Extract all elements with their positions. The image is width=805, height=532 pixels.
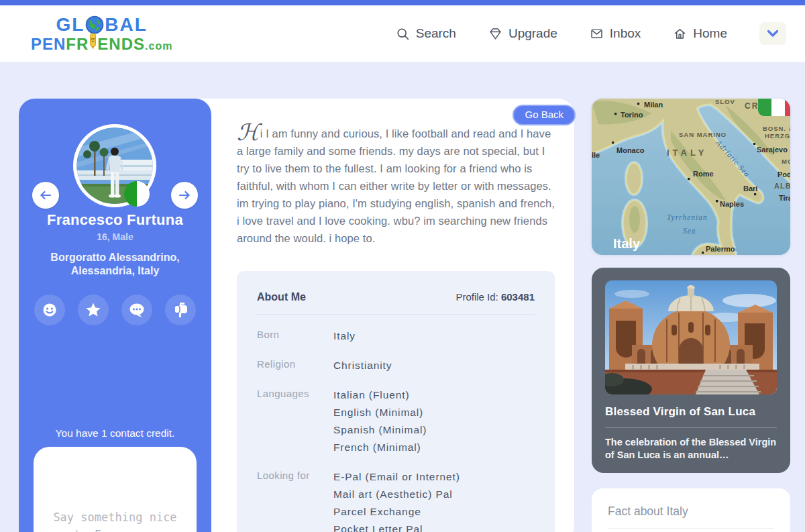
emoji-reaction-button[interactable]: [34, 295, 65, 325]
map-label-italy-region: ITALY: [667, 148, 707, 158]
map-label-san-marino: SAN MARINO: [679, 131, 727, 138]
map-label-bari: Bari: [743, 184, 757, 193]
logo-line-global: GL BAL: [56, 15, 147, 34]
nav-upgrade-label: Upgrade: [508, 26, 557, 41]
map-label-milan: Milan: [644, 101, 663, 109]
arrow-left-icon: [40, 191, 52, 200]
divider: [605, 427, 777, 428]
profile-location-line2: Alessandria, Italy: [19, 264, 211, 278]
map-label-palermo: Palermo: [706, 245, 735, 253]
map-label-sarajevo: Sarajevo: [757, 146, 788, 154]
country-map-card[interactable]: Milan Torino Monaco ITALY SAN MARINO Rom…: [592, 99, 790, 255]
nav-home-label: Home: [693, 26, 727, 41]
map-country-label: Italy: [613, 236, 641, 251]
about-label-religion: Religion: [257, 357, 333, 374]
about-row-religion: Religion Christianity: [257, 351, 535, 380]
event-photo: [605, 280, 777, 394]
about-value: Italy: [333, 327, 356, 345]
map-label-tyrrhenian: Tyrrhenian: [667, 213, 708, 222]
map-label-slovenia: SLOV: [715, 99, 735, 105]
profile-age-gender: 16, Male: [19, 231, 211, 242]
about-label-languages: Languages: [257, 386, 333, 456]
about-value: Italian (Fluent): [333, 386, 427, 404]
chat-button[interactable]: [121, 295, 152, 325]
smiley-icon: [41, 301, 58, 319]
about-value: Mail art (Aesthetic) Pal: [333, 486, 460, 503]
event-title: Blessed Virgin of San Luca: [605, 405, 777, 419]
about-row-born: Born Italy: [257, 321, 535, 351]
about-value: French (Minimal): [333, 439, 427, 456]
profile-name: Francesco Furtuna: [19, 211, 211, 229]
map-label-podgorica: Podg: [777, 170, 790, 178]
nav-dropdown-toggle[interactable]: [759, 22, 786, 45]
logo-text-com: .com: [145, 41, 172, 52]
logo-text-gl: GL: [56, 15, 85, 34]
about-value: Christianity: [333, 357, 392, 374]
map-label-rome: Rome: [693, 170, 714, 178]
logo-text-fr: FR: [66, 36, 89, 52]
profile-card: Francesco Furtuna 16, Male Borgoratto Al…: [19, 99, 211, 532]
mail-button[interactable]: [165, 295, 196, 325]
about-label-born: Born: [257, 327, 333, 345]
event-description: The celebration of the Blessed Virgin of…: [605, 436, 777, 462]
go-back-button[interactable]: Go Back: [513, 105, 576, 125]
divider: [257, 314, 535, 315]
nav-search-label: Search: [416, 26, 456, 41]
italy-flag-icon: [758, 99, 790, 116]
divider: [608, 528, 774, 529]
logo-text-ends: ENDS: [97, 36, 145, 52]
fact-title: Fact about Italy: [608, 504, 774, 519]
gem-icon: [488, 27, 502, 41]
map-label-monaco: Monaco: [616, 146, 645, 154]
nav-home[interactable]: Home: [673, 26, 727, 41]
about-title: About Me: [257, 291, 306, 303]
map-label-albania: ALBA: [774, 182, 790, 190]
site-header: GL BAL PENFRENDS.com Search Upgrade Inbo…: [0, 5, 805, 62]
logo-text-pen: PEN: [31, 36, 66, 52]
about-value: Parcel Exchange: [333, 503, 460, 521]
bio-paragraph: ℋi I am funny and curious, I like footba…: [237, 125, 557, 247]
profile-location: Borgoratto Alessandrino, Alessandria, It…: [19, 251, 211, 278]
top-accent-bar: [0, 0, 805, 5]
event-card[interactable]: Blessed Virgin of San Luca The celebrati…: [592, 268, 790, 473]
profile-id-value: 603481: [501, 291, 535, 303]
nav-inbox-label: Inbox: [610, 26, 641, 41]
fact-card: Fact about Italy: [592, 488, 790, 532]
nav-inbox[interactable]: Inbox: [590, 26, 641, 41]
about-me-card: About Me Profile Id: 603481 Born Italy R…: [237, 271, 555, 532]
about-value: Spanish (Minimal): [333, 421, 427, 439]
italy-map: Milan Torino Monaco ITALY SAN MARINO Rom…: [592, 99, 790, 255]
next-profile-button[interactable]: [171, 182, 198, 209]
globe-icon: [85, 15, 104, 34]
profile-action-row: [19, 295, 211, 325]
map-label-marseille: lle: [592, 151, 600, 159]
previous-profile-button[interactable]: [32, 182, 59, 209]
site-logo[interactable]: GL BAL PENFRENDS.com: [31, 15, 172, 52]
map-label-bosnia-1: BOSN. &: [763, 125, 790, 132]
message-input[interactable]: [34, 447, 197, 532]
bio-drop-cap: ℋ: [237, 119, 260, 146]
profile-id: Profile Id: 603481: [455, 291, 535, 303]
map-label-bosnia-2: HERZG: [765, 132, 790, 140]
nav-search[interactable]: Search: [396, 26, 456, 41]
profile-id-label: Profile Id:: [455, 291, 501, 303]
map-label-torino: Torino: [621, 111, 643, 119]
about-value: E-Pal (Email or Internet): [333, 468, 460, 486]
mailbox-icon: [171, 301, 190, 319]
contact-credit-text: You have 1 contact credit.: [19, 427, 211, 439]
logo-text-bal: BAL: [105, 15, 148, 34]
envelope-icon: [590, 27, 604, 41]
map-label-montenegro: MO: [782, 158, 790, 165]
arrow-right-icon: [178, 191, 191, 200]
nav-upgrade[interactable]: Upgrade: [488, 26, 557, 41]
about-label-looking-for: Looking for: [257, 468, 333, 532]
home-icon: [673, 27, 687, 41]
about-row-languages: Languages Italian (Fluent) English (Mini…: [257, 380, 535, 462]
online-status-badge: [124, 181, 150, 207]
logo-line-penfriends: PENFRENDS.com: [31, 33, 172, 52]
map-label-naples: Naples: [720, 200, 744, 208]
about-value: Pocket Letter Pal: [333, 521, 460, 532]
favorite-button[interactable]: [78, 295, 109, 325]
search-icon: [396, 27, 410, 41]
about-header: About Me Profile Id: 603481: [257, 291, 535, 303]
